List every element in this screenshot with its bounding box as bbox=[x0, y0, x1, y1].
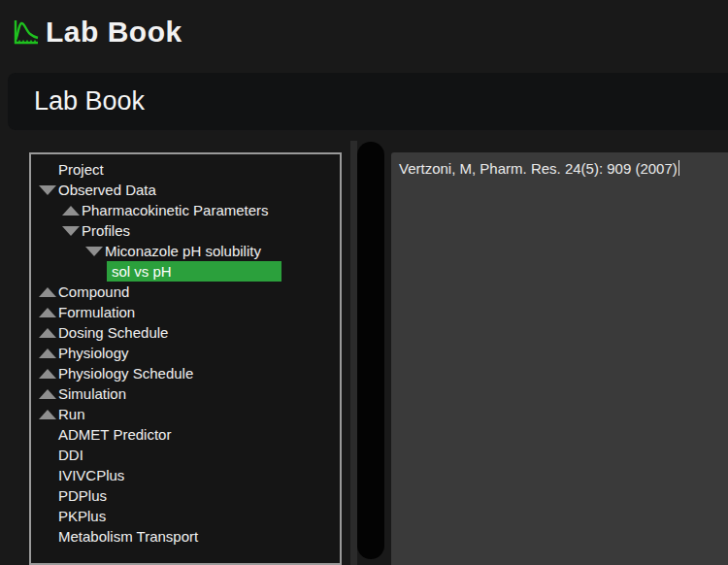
triangle-up-icon bbox=[62, 206, 80, 216]
tree-arrow-spacer bbox=[37, 506, 58, 526]
tree-row[interactable]: Dosing Schedule bbox=[31, 322, 340, 343]
tree-row[interactable]: Physiology Schedule bbox=[31, 363, 340, 383]
tree-expand-toggle[interactable] bbox=[83, 241, 105, 261]
tree-expand-toggle[interactable] bbox=[37, 322, 58, 343]
tree-expand-toggle[interactable] bbox=[37, 180, 58, 200]
tree-row[interactable]: sol vs pH bbox=[31, 261, 340, 282]
tree-row[interactable]: Physiology bbox=[31, 343, 340, 363]
tree-row[interactable]: PDPlus bbox=[31, 485, 340, 506]
tree-arrow-spacer bbox=[37, 465, 58, 485]
tree-row[interactable]: DDI bbox=[31, 445, 340, 465]
tree-arrow-spacer bbox=[37, 445, 58, 465]
splitter-track bbox=[350, 141, 357, 565]
tree-item-label[interactable]: Miconazole pH solubility bbox=[105, 241, 261, 261]
tree-item-label[interactable]: Project bbox=[58, 159, 104, 180]
tree-arrow-spacer bbox=[37, 424, 58, 445]
tree-expand-toggle[interactable] bbox=[37, 343, 58, 363]
selected-tree-item-label[interactable]: sol vs pH bbox=[107, 261, 281, 282]
tree-expand-toggle[interactable] bbox=[37, 363, 58, 383]
app-header: Lab Book bbox=[0, 0, 728, 64]
tree-item-label[interactable]: PDPlus bbox=[58, 485, 107, 506]
tree-item-label[interactable]: Simulation bbox=[58, 383, 126, 404]
triangle-down-icon bbox=[85, 247, 103, 256]
splitter-handle[interactable] bbox=[357, 142, 384, 559]
tree-item-label[interactable]: PKPlus bbox=[58, 506, 106, 526]
tree-item-label[interactable]: Compound bbox=[58, 282, 129, 302]
tree-item-label[interactable]: DDI bbox=[58, 445, 83, 465]
pk-curve-chart-icon bbox=[12, 17, 41, 47]
note-text[interactable]: Vertzoni, M, Pharm. Res. 24(5): 909 (200… bbox=[399, 160, 678, 177]
labbook-bar: Lab Book bbox=[8, 73, 728, 130]
triangle-up-icon bbox=[39, 389, 56, 399]
text-cursor bbox=[678, 160, 680, 176]
tree-expand-toggle[interactable] bbox=[37, 404, 58, 424]
triangle-down-icon bbox=[62, 226, 80, 236]
tree-expand-toggle[interactable] bbox=[37, 383, 58, 404]
tree-expand-toggle[interactable] bbox=[60, 200, 82, 220]
tree-row[interactable]: Project bbox=[31, 159, 340, 180]
triangle-up-icon bbox=[39, 349, 56, 358]
tree-row[interactable]: Miconazole pH solubility bbox=[31, 241, 340, 261]
tree-row[interactable]: IVIVCPlus bbox=[31, 465, 340, 485]
tree-row[interactable]: Metabolism Transport bbox=[31, 526, 340, 547]
triangle-up-icon bbox=[39, 328, 56, 338]
triangle-up-icon bbox=[39, 369, 56, 379]
tree-arrow-spacer bbox=[37, 485, 58, 506]
tree-item-label[interactable]: Profiles bbox=[82, 220, 130, 241]
triangle-down-icon bbox=[39, 185, 56, 195]
tree-arrow-spacer bbox=[37, 526, 58, 547]
tree-row[interactable]: ADMET Predictor bbox=[31, 424, 340, 445]
tree-item-label[interactable]: Formulation bbox=[58, 302, 135, 322]
tree-row[interactable]: Pharmacokinetic Parameters bbox=[31, 200, 340, 220]
tree-item-label[interactable]: Physiology bbox=[58, 343, 129, 363]
tree-item-label[interactable]: Pharmacokinetic Parameters bbox=[82, 200, 269, 220]
tree-row[interactable]: PKPlus bbox=[31, 506, 340, 526]
triangle-up-icon bbox=[39, 287, 56, 297]
tree-expand-toggle[interactable] bbox=[60, 220, 82, 241]
app-title: Lab Book bbox=[46, 16, 182, 49]
tree-item-label[interactable]: Run bbox=[58, 404, 85, 424]
triangle-up-icon bbox=[39, 410, 56, 419]
tree-row[interactable]: Observed Data bbox=[31, 180, 340, 200]
tree-item-label[interactable]: Physiology Schedule bbox=[58, 363, 193, 383]
navigation-tree-panel[interactable]: ProjectObserved DataPharmacokinetic Para… bbox=[29, 152, 342, 565]
labbook-bar-title: Lab Book bbox=[8, 86, 145, 116]
tree-row[interactable]: Formulation bbox=[31, 302, 340, 322]
tree-row[interactable]: Profiles bbox=[31, 220, 340, 241]
tree-item-label[interactable]: Observed Data bbox=[58, 180, 156, 200]
tree-row[interactable]: Simulation bbox=[31, 383, 340, 404]
tree-row[interactable]: Compound bbox=[31, 282, 340, 302]
tree-item-label[interactable]: Dosing Schedule bbox=[58, 322, 168, 343]
tree-expand-toggle[interactable] bbox=[37, 282, 58, 302]
tree-item-label[interactable]: ADMET Predictor bbox=[58, 424, 171, 445]
note-editor-panel[interactable]: Vertzoni, M, Pharm. Res. 24(5): 909 (200… bbox=[391, 152, 728, 565]
tree-arrow-spacer bbox=[37, 159, 58, 180]
tree-expand-toggle[interactable] bbox=[37, 302, 58, 322]
tree-item-label[interactable]: IVIVCPlus bbox=[58, 465, 124, 485]
triangle-up-icon bbox=[39, 308, 56, 317]
tree-row[interactable]: Run bbox=[31, 404, 340, 424]
tree-item-label[interactable]: Metabolism Transport bbox=[58, 526, 198, 547]
